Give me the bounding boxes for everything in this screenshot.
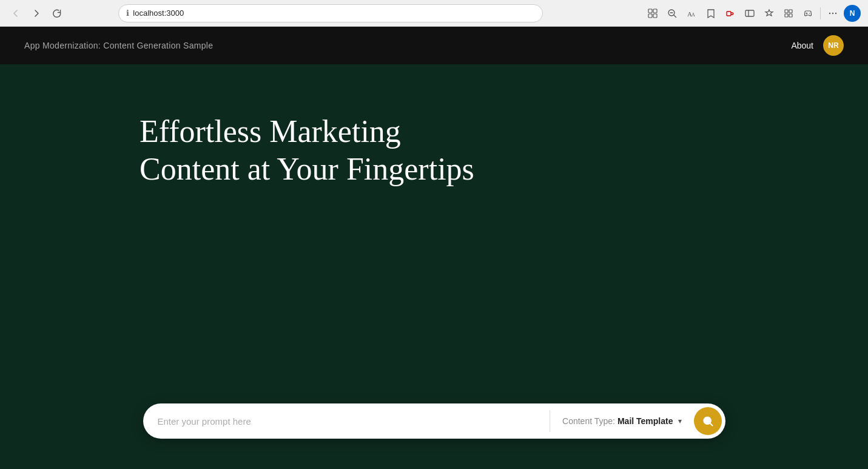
browser-toolbar-icons: A A (644, 5, 861, 22)
app-title: App Modernization: Content Generation Sa… (24, 41, 213, 50)
search-input[interactable] (143, 403, 550, 439)
browser-back-button[interactable] (7, 5, 24, 22)
svg-line-23 (710, 423, 712, 426)
hero-title-line1: Effortless Marketing (140, 114, 401, 149)
chevron-down-icon: ▾ (678, 417, 682, 425)
svg-text:A: A (691, 12, 695, 18)
browser-extension-icon[interactable] (722, 5, 739, 22)
browser-toolbar-divider (820, 7, 821, 19)
user-avatar[interactable]: NR (823, 35, 844, 56)
svg-rect-3 (653, 14, 657, 18)
svg-rect-12 (785, 10, 788, 13)
search-bar: Content Type: Mail Template ▾ (143, 403, 725, 439)
browser-bookmark-icon[interactable] (702, 5, 719, 22)
browser-tab-manager-icon[interactable] (644, 5, 661, 22)
hero-title-line2: Content at Your Fingertips (140, 152, 474, 186)
browser-sidebar-icon[interactable] (741, 5, 758, 22)
browser-info-icon: ℹ (126, 8, 129, 18)
browser-reload-button[interactable] (49, 5, 66, 22)
hero-content: Effortless Marketing Content at Your Fin… (0, 113, 868, 189)
svg-rect-9 (727, 12, 731, 16)
svg-rect-15 (789, 14, 792, 17)
svg-rect-10 (745, 10, 754, 16)
svg-point-19 (829, 12, 830, 13)
svg-point-20 (832, 12, 833, 13)
browser-forward-button[interactable] (28, 5, 45, 22)
browser-gamepad-icon[interactable] (799, 5, 816, 22)
app-navbar: App Modernization: Content Generation Sa… (0, 27, 868, 64)
browser-favorites-icon[interactable] (761, 5, 778, 22)
content-type-selector[interactable]: Content Type: Mail Template ▾ (550, 416, 693, 426)
browser-chrome: ℹ localhost:3000 A A (0, 0, 868, 27)
browser-collections-icon[interactable] (780, 5, 797, 22)
browser-zoom-out-icon[interactable] (664, 5, 681, 22)
browser-url: localhost:3000 (133, 8, 535, 18)
browser-font-icon[interactable]: A A (683, 5, 700, 22)
hero-section: Effortless Marketing Content at Your Fin… (0, 64, 868, 469)
browser-nav-buttons (7, 5, 66, 22)
svg-rect-1 (653, 9, 657, 13)
browser-more-icon[interactable] (824, 5, 841, 22)
svg-rect-13 (789, 10, 792, 13)
content-type-value: Mail Template (617, 416, 673, 426)
svg-point-21 (835, 12, 836, 13)
search-button[interactable] (694, 407, 722, 435)
svg-rect-2 (648, 14, 652, 18)
svg-line-6 (674, 15, 676, 18)
search-bar-container: Content Type: Mail Template ▾ (0, 403, 868, 439)
svg-rect-14 (785, 14, 788, 17)
app-nav-right: About NR (791, 35, 844, 56)
about-link[interactable]: About (791, 41, 813, 50)
svg-rect-0 (648, 9, 652, 13)
content-type-label: Content Type: (562, 416, 615, 426)
hero-title: Effortless Marketing Content at Your Fin… (140, 113, 868, 189)
svg-point-18 (809, 13, 810, 13)
browser-profile-avatar[interactable]: N (844, 5, 861, 22)
browser-address-bar[interactable]: ℹ localhost:3000 (118, 4, 543, 22)
search-icon (702, 415, 714, 427)
